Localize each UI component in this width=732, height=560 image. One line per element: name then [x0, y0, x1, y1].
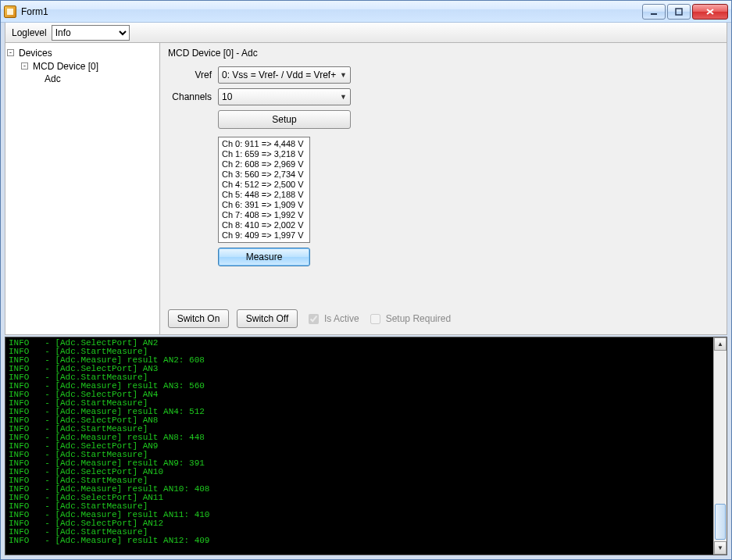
- is-active-label: Is Active: [324, 313, 359, 324]
- measure-row: Measure: [168, 248, 719, 266]
- setup-button[interactable]: Setup: [218, 110, 351, 129]
- results-list: Ch 0: 911 => 4,448 VCh 1: 659 => 3,218 V…: [218, 137, 310, 243]
- setup-row: Setup: [168, 110, 719, 129]
- result-line: Ch 0: 911 => 4,448 V: [222, 139, 306, 149]
- switch-off-button[interactable]: Switch Off: [237, 309, 298, 328]
- device-tree[interactable]: -Devices -MCD Device [0] Adc: [5, 43, 160, 334]
- app-window: Form1 Loglevel Info -Devices -MCD: [0, 0, 732, 560]
- close-icon: [705, 8, 715, 16]
- bottom-controls: Switch On Switch Off Is Active Setup Req…: [168, 309, 719, 328]
- channels-row: Channels 10 ▼: [168, 88, 719, 105]
- switch-on-button[interactable]: Switch On: [168, 309, 229, 328]
- setup-required-label: Setup Required: [386, 313, 451, 324]
- vref-label: Vref: [168, 70, 212, 80]
- tree-root[interactable]: -Devices: [7, 46, 158, 59]
- vref-select[interactable]: 0: Vss = Vref- / Vdd = Vref+ ▼: [218, 66, 351, 84]
- result-line: Ch 7: 408 => 1,992 V: [222, 210, 306, 220]
- console-scrollbar[interactable]: ▲ ▼: [713, 337, 727, 555]
- result-line: Ch 6: 391 => 1,909 V: [222, 200, 306, 210]
- chevron-down-icon: ▼: [340, 93, 347, 101]
- loglevel-label: Loglevel: [12, 27, 47, 38]
- scroll-thumb[interactable]: [715, 504, 726, 540]
- toolbar: Loglevel Info: [5, 23, 727, 43]
- is-active-checkbox: Is Active: [305, 312, 359, 326]
- tree-device[interactable]: -MCD Device [0]: [7, 59, 158, 73]
- setup-required-checkbox: Setup Required: [367, 312, 451, 326]
- content-panel: MCD Device [0] - Adc Vref 0: Vss = Vref-…: [160, 43, 727, 334]
- chevron-down-icon: ▼: [340, 71, 347, 79]
- maximize-icon: [675, 8, 683, 16]
- tree-leaf-adc[interactable]: Adc: [7, 73, 158, 86]
- minimize-icon: [650, 8, 658, 16]
- expand-icon[interactable]: -: [21, 62, 28, 70]
- svg-rect-1: [676, 9, 682, 15]
- app-icon: [4, 5, 16, 18]
- close-button[interactable]: [692, 4, 728, 20]
- scroll-down-button[interactable]: ▼: [714, 541, 727, 555]
- vref-row: Vref 0: Vss = Vref- / Vdd = Vref+ ▼: [168, 66, 719, 84]
- minimize-button[interactable]: [642, 4, 666, 20]
- setup-required-input: [370, 314, 380, 324]
- window-title: Form1: [21, 6, 48, 17]
- scroll-track[interactable]: [714, 351, 727, 541]
- scroll-up-button[interactable]: ▲: [714, 337, 727, 351]
- result-line: Ch 5: 448 => 2,188 V: [222, 190, 306, 200]
- result-line: Ch 9: 409 => 1,997 V: [222, 230, 306, 241]
- window-buttons: [641, 4, 728, 20]
- is-active-input: [309, 314, 319, 324]
- result-line: Ch 8: 410 => 2,002 V: [222, 220, 306, 230]
- svg-rect-0: [651, 13, 657, 15]
- results-row: Ch 0: 911 => 4,448 VCh 1: 659 => 3,218 V…: [168, 134, 719, 243]
- vref-value: 0: Vss = Vref- / Vdd = Vref+: [222, 70, 336, 80]
- channels-value: 10: [222, 91, 232, 102]
- maximize-button[interactable]: [667, 4, 691, 20]
- result-line: Ch 4: 512 => 2,500 V: [222, 180, 306, 190]
- expand-icon[interactable]: -: [7, 49, 14, 56]
- loglevel-select[interactable]: Info: [52, 25, 130, 41]
- panel-header: MCD Device [0] - Adc: [168, 48, 719, 59]
- result-line: Ch 3: 560 => 2,734 V: [222, 169, 306, 180]
- log-console[interactable]: INFO - [Adc.SelectPort] AN2 INFO - [Adc.…: [5, 337, 713, 555]
- measure-button[interactable]: Measure: [218, 248, 310, 266]
- titlebar: Form1: [1, 1, 731, 23]
- main-split: -Devices -MCD Device [0] Adc MCD Device …: [5, 43, 727, 335]
- log-console-wrap: INFO - [Adc.SelectPort] AN2 INFO - [Adc.…: [5, 337, 727, 555]
- result-line: Ch 1: 659 => 3,218 V: [222, 149, 306, 159]
- channels-select[interactable]: 10 ▼: [218, 88, 351, 105]
- result-line: Ch 2: 608 => 2,969 V: [222, 159, 306, 169]
- channels-label: Channels: [168, 91, 212, 102]
